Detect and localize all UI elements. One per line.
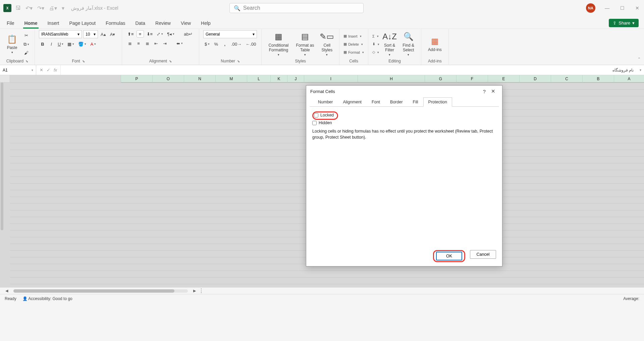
scroll-right-icon[interactable]: ▶ <box>193 289 196 293</box>
col-header[interactable]: A <box>614 75 644 83</box>
col-header[interactable]: J <box>287 75 304 83</box>
fill-icon[interactable]: ⬇ <box>372 41 379 47</box>
tab-help[interactable]: Help <box>200 18 212 29</box>
percent-format-icon[interactable]: % <box>212 40 220 48</box>
wrap-text-icon[interactable]: ab↵ <box>182 30 194 38</box>
sheet-tabs-menu-icon[interactable]: ⋮ <box>199 288 204 294</box>
redo-icon[interactable]: ↷▾ <box>37 5 44 11</box>
col-header[interactable]: M <box>215 75 247 83</box>
dtab-font[interactable]: Font <box>367 97 385 107</box>
dialog-launcher-icon[interactable]: ⬊ <box>237 59 240 63</box>
align-left-icon[interactable]: ≣ <box>126 40 133 47</box>
tab-view[interactable]: View <box>179 18 192 29</box>
font-color-button[interactable]: A <box>89 40 97 48</box>
expand-formula-icon[interactable]: ▾ <box>637 68 644 72</box>
fill-color-button[interactable]: 🪣 <box>77 40 88 48</box>
hidden-checkbox-row[interactable]: Hidden <box>312 120 496 125</box>
collapse-ribbon-icon[interactable]: ˆ <box>638 57 640 62</box>
help-icon[interactable]: ? <box>480 87 488 96</box>
dialog-launcher-icon[interactable]: ⬊ <box>82 59 85 63</box>
fx-icon[interactable]: fx <box>54 67 57 72</box>
number-format-select[interactable]: General▾ <box>203 30 257 38</box>
autosum-icon[interactable]: Σ <box>372 33 379 39</box>
col-header[interactable]: G <box>425 75 456 83</box>
enter-formula-icon[interactable]: ✓ <box>47 67 50 72</box>
cell-styles-button[interactable]: ✎▭ Cell Styles▾ <box>319 31 335 58</box>
col-header[interactable]: I <box>304 75 358 83</box>
sort-filter-button[interactable]: A↓Z Sort & Filter▾ <box>381 31 398 58</box>
col-header[interactable]: E <box>488 75 519 83</box>
format-as-table-button[interactable]: ▤ Format as Table▾ <box>293 31 317 58</box>
horizontal-scrollbar[interactable] <box>13 289 188 293</box>
close-icon[interactable]: ✕ <box>634 4 641 12</box>
tab-file[interactable]: File <box>5 18 16 29</box>
increase-font-icon[interactable]: A▴ <box>99 31 107 38</box>
save-icon[interactable]: 🖫 <box>15 5 21 11</box>
col-header[interactable]: D <box>519 75 551 83</box>
cut-icon[interactable]: ✂ <box>23 32 30 39</box>
col-header[interactable]: L <box>247 75 270 83</box>
font-name-select[interactable]: IRANSansWeb▾ <box>39 30 82 38</box>
col-header[interactable]: H <box>358 75 425 83</box>
tab-data[interactable]: Data <box>134 18 147 29</box>
delete-cells-button[interactable]: ▦ Delete <box>343 41 363 47</box>
find-select-button[interactable]: 🔍 Find & Select▾ <box>400 31 417 58</box>
bold-button[interactable]: B <box>39 40 46 48</box>
col-header[interactable]: K <box>270 75 287 83</box>
cancel-formula-icon[interactable]: ✕ <box>40 67 43 72</box>
undo-icon[interactable]: ↶▾ <box>25 5 33 11</box>
orientation-icon[interactable]: ⤢ <box>155 30 164 38</box>
align-bottom-icon[interactable]: ⬇≡ <box>145 30 154 38</box>
col-header[interactable]: C <box>551 75 582 83</box>
ok-button[interactable]: OK <box>436 252 462 260</box>
tab-insert[interactable]: Insert <box>46 18 60 29</box>
italic-button[interactable]: I <box>48 40 55 48</box>
col-header[interactable]: N <box>184 75 215 83</box>
decrease-font-icon[interactable]: A▾ <box>109 31 117 38</box>
accessibility-status[interactable]: 👤 Accessibility: Good to go <box>22 296 72 301</box>
dtab-fill[interactable]: Fill <box>408 97 423 107</box>
format-cells-button[interactable]: ▦ Format <box>343 49 364 55</box>
minimize-icon[interactable]: — <box>603 4 611 12</box>
formula-content[interactable]: نام فروشگاه <box>61 68 637 72</box>
tab-home[interactable]: Home <box>23 18 39 29</box>
dialog-launcher-icon[interactable]: ⬊ <box>169 59 172 63</box>
col-header[interactable]: F <box>456 75 488 83</box>
col-header[interactable]: B <box>582 75 614 83</box>
paste-button[interactable]: 📋 Paste ▾ <box>4 33 20 55</box>
format-painter-icon[interactable]: 🖌 <box>23 49 30 57</box>
underline-button[interactable]: U <box>56 40 65 48</box>
overflow-icon[interactable]: ▾ <box>62 5 64 11</box>
tab-page-layout[interactable]: Page Layout <box>68 18 97 29</box>
cancel-button[interactable]: Cancel <box>470 250 496 259</box>
maximize-icon[interactable]: ☐ <box>619 4 626 12</box>
addins-button[interactable]: ▦ Add-ins <box>425 35 444 53</box>
vertical-scrollbar[interactable] <box>1 83 3 230</box>
locked-checkbox[interactable] <box>314 113 318 117</box>
borders-button[interactable]: ▦ <box>66 40 75 48</box>
dtab-alignment[interactable]: Alignment <box>338 97 367 107</box>
dtab-border[interactable]: Border <box>385 97 408 107</box>
copy-icon[interactable]: ⧉ <box>22 41 31 48</box>
align-center-icon[interactable]: ≡ <box>135 40 142 47</box>
dialog-titlebar[interactable]: Format Cells ? ✕ <box>306 86 502 97</box>
print-icon[interactable]: 🖨▾ <box>49 5 57 11</box>
font-size-select[interactable]: 10▾ <box>83 30 98 38</box>
name-box[interactable]: A1▾ <box>0 65 36 75</box>
align-top-icon[interactable]: ⬆≡ <box>126 30 135 38</box>
increase-decimal-icon[interactable]: .00→ <box>230 40 243 48</box>
share-button[interactable]: ⇪ Share ▾ <box>609 19 639 27</box>
dialog-close-icon[interactable]: ✕ <box>488 87 498 96</box>
decrease-indent-icon[interactable]: ⇤ <box>152 40 160 47</box>
user-avatar[interactable]: NA <box>586 3 595 13</box>
conditional-formatting-button[interactable]: ▦ Conditional Formatting▾ <box>266 31 291 58</box>
text-direction-icon[interactable]: ¶◂ <box>166 30 176 38</box>
dtab-protection[interactable]: Protection <box>423 97 452 107</box>
scroll-left-icon[interactable]: ◀ <box>5 289 8 293</box>
increase-indent-icon[interactable]: ⇥ <box>161 40 168 47</box>
col-header[interactable]: O <box>152 75 184 83</box>
locked-checkbox-row[interactable]: Locked <box>314 113 334 117</box>
tab-review[interactable]: Review <box>154 18 172 29</box>
align-right-icon[interactable]: ≣ <box>144 40 151 47</box>
tab-formulas[interactable]: Formulas <box>104 18 126 29</box>
